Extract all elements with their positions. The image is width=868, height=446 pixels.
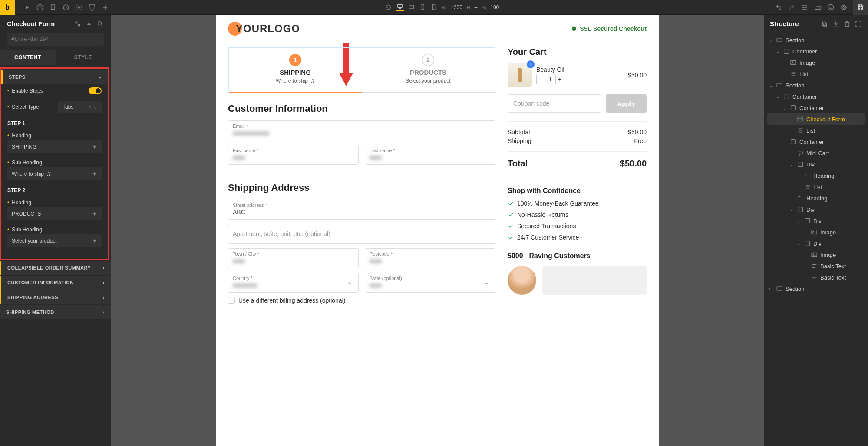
qty-decrease-button[interactable]: - xyxy=(536,75,545,84)
different-billing-row[interactable]: Use a different billing address (optiona… xyxy=(228,297,495,304)
coupon-input[interactable]: Coupon code xyxy=(508,94,601,113)
desktop-device-icon[interactable] xyxy=(396,3,404,11)
history-icon[interactable] xyxy=(63,4,69,11)
tree-item-image[interactable]: Image xyxy=(767,226,865,238)
add-icon[interactable] xyxy=(102,4,109,11)
width-value[interactable]: 1200 xyxy=(451,4,462,10)
qty-increase-button[interactable]: + xyxy=(555,75,564,84)
tree-caret-icon[interactable]: ⌄ xyxy=(790,207,794,212)
tree-caret-icon[interactable]: ⌄ xyxy=(783,106,787,110)
css-icon[interactable] xyxy=(89,4,96,11)
tree-item-image[interactable]: Image xyxy=(767,249,865,260)
tree-item-text[interactable]: Basic Text xyxy=(767,272,865,283)
enable-steps-toggle[interactable] xyxy=(89,87,102,94)
canvas-viewport[interactable]: YOURLOGO SSL Secured Checkout 1 SHIPPING… xyxy=(111,15,764,446)
first-name-field[interactable]: First name *xxxx xyxy=(228,145,359,165)
tree-caret-icon[interactable]: ⌄ xyxy=(797,219,801,223)
tree-item-cart[interactable]: Mini Cart xyxy=(767,147,865,159)
apply-coupon-button[interactable]: Apply xyxy=(606,94,647,113)
mobile-device-icon[interactable] xyxy=(430,3,438,11)
tree-item-container[interactable]: ⌄Container xyxy=(767,102,865,113)
step1-sub-input[interactable]: Where to ship it? xyxy=(7,167,102,180)
delete-icon[interactable] xyxy=(844,20,851,27)
section-shipping-method[interactable]: SHIPPING METHOD › xyxy=(0,305,111,319)
tree-item-list[interactable]: List xyxy=(767,181,865,193)
step1-heading-input[interactable]: SHIPPING xyxy=(7,140,102,153)
section-steps[interactable]: STEPS ⌄ xyxy=(1,70,108,84)
wordpress-icon[interactable] xyxy=(827,4,834,11)
tree-item-section[interactable]: ›Section xyxy=(767,283,865,294)
select-type-dropdown[interactable]: Tabs × ⌄ xyxy=(58,101,102,113)
brand-logo-icon[interactable]: b xyxy=(0,0,15,15)
search-icon[interactable] xyxy=(97,20,104,27)
tree-caret-icon[interactable]: ⌄ xyxy=(769,38,773,43)
tree-item-list[interactable]: List xyxy=(767,68,865,80)
section-shipping-address[interactable]: SHIPPING ADDRESS › xyxy=(0,290,111,304)
dynamic-data-icon[interactable] xyxy=(92,238,97,243)
settings-icon[interactable] xyxy=(76,4,83,11)
apartment-field[interactable]: Apartment, suite, unit, etc. (optional) xyxy=(228,224,495,244)
tab-content[interactable]: CONTENT xyxy=(0,50,56,65)
zoom-value[interactable]: 100 xyxy=(490,4,499,10)
tree-item-section[interactable]: ⌄Section xyxy=(767,80,865,91)
tree-item-div[interactable]: ⌄Div xyxy=(767,159,865,170)
list-view-icon[interactable] xyxy=(801,4,808,11)
copy-icon[interactable] xyxy=(821,20,828,27)
tree-caret-icon[interactable]: ⌄ xyxy=(790,162,794,167)
section-collapsible-summary[interactable]: COLLAPSIBLE ORDER SUMMARY › xyxy=(0,261,111,275)
redo-icon[interactable] xyxy=(788,4,795,11)
state-field[interactable]: State (optional)xxxx xyxy=(365,273,495,293)
city-field[interactable]: Town / City *xxxx xyxy=(228,248,359,268)
email-field[interactable]: Email *xxxxxxxxxxxx xyxy=(228,120,495,140)
tree-caret-icon[interactable]: ⌄ xyxy=(776,49,780,54)
tree-item-heading[interactable]: THeading xyxy=(767,170,865,181)
pin-icon[interactable] xyxy=(86,20,92,27)
tree-caret-icon[interactable]: ⌄ xyxy=(769,83,773,88)
play-icon[interactable] xyxy=(23,4,30,11)
expand-icon[interactable] xyxy=(855,20,862,27)
tree-item-image[interactable]: Image xyxy=(767,57,865,68)
undo-icon[interactable] xyxy=(775,4,782,11)
tree-item-container[interactable]: ⌄Container xyxy=(767,46,865,57)
dynamic-data-icon[interactable] xyxy=(92,171,97,176)
step-products[interactable]: 2 PRODUCTS Select your product xyxy=(362,48,495,92)
tree-item-text[interactable]: Basic Text xyxy=(767,260,865,272)
tree-caret-icon[interactable]: › xyxy=(769,286,773,291)
element-id-input[interactable]: #brxe-8af294 xyxy=(7,33,104,46)
last-name-field[interactable]: Last name *xxxx xyxy=(365,145,495,165)
tree-caret-icon[interactable]: ⌄ xyxy=(797,241,801,246)
tree-item-section[interactable]: ⌄Section xyxy=(767,34,865,46)
country-field[interactable]: Country *xxxxxxxx xyxy=(228,273,359,293)
tree-item-checkout[interactable]: Checkout Form xyxy=(767,113,865,125)
save-button[interactable] xyxy=(853,0,868,15)
tab-style[interactable]: STYLE xyxy=(56,50,111,65)
pages-icon[interactable] xyxy=(50,4,56,11)
section-customer-info[interactable]: CUSTOMER INFORMATION › xyxy=(0,276,111,290)
step2-heading-input[interactable]: PRODUCTS xyxy=(7,207,102,220)
tree-item-div[interactable]: ⌄Div xyxy=(767,215,865,226)
download-icon[interactable] xyxy=(832,20,839,27)
tree-caret-icon[interactable]: ⌄ xyxy=(776,94,780,99)
help-icon[interactable]: ? xyxy=(36,4,43,11)
height-value[interactable]: – xyxy=(475,4,478,10)
different-billing-checkbox[interactable] xyxy=(228,297,235,304)
preview-icon[interactable] xyxy=(840,4,847,11)
dynamic-data-icon[interactable] xyxy=(92,211,97,216)
tree-caret-icon[interactable]: ⌄ xyxy=(783,140,787,144)
tree-item-container[interactable]: ⌄Container xyxy=(767,91,865,102)
canvas[interactable]: YOURLOGO SSL Secured Checkout 1 SHIPPING… xyxy=(216,15,659,446)
tree-item-list[interactable]: List xyxy=(767,125,865,136)
class-icon[interactable] xyxy=(74,20,81,27)
tree-item-div[interactable]: ⌄Div xyxy=(767,238,865,249)
postcode-field[interactable]: Postcode *xxxx xyxy=(365,248,495,268)
tablet-landscape-icon[interactable] xyxy=(407,3,415,11)
tree-item-container[interactable]: ⌄Container xyxy=(767,136,865,147)
tablet-portrait-icon[interactable] xyxy=(419,3,426,11)
dynamic-data-icon[interactable] xyxy=(92,144,97,150)
tree-item-div[interactable]: ⌄Div xyxy=(767,204,865,215)
step-shipping[interactable]: 1 SHIPPING Where to ship it? xyxy=(229,48,362,92)
tree-item-heading[interactable]: THeading xyxy=(767,193,865,204)
refresh-icon[interactable] xyxy=(385,4,392,11)
step2-sub-input[interactable]: Select your product xyxy=(7,234,102,247)
folder-icon[interactable] xyxy=(814,4,821,11)
